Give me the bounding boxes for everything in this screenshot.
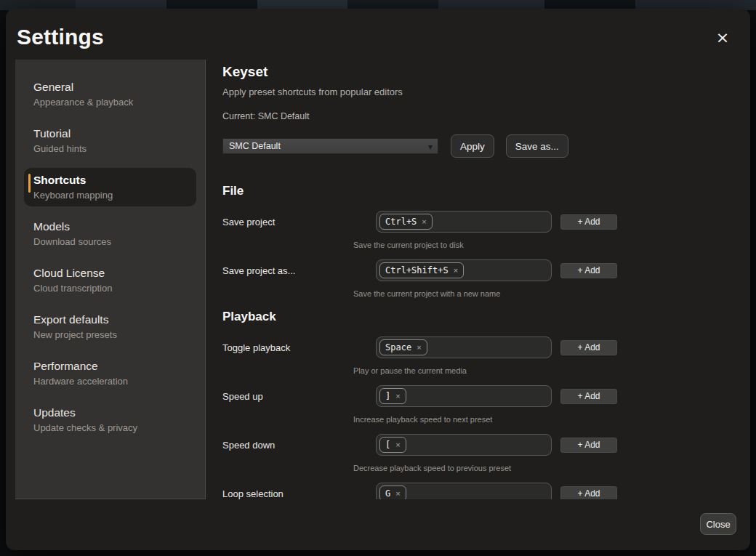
add-shortcut-button[interactable]: + Add [560, 214, 617, 230]
sidebar-item-label: Performance [33, 358, 187, 374]
shortcut-label: Save project as... [222, 265, 376, 276]
key-chip-label: Ctrl+Shift+S [385, 265, 449, 275]
remove-key-icon[interactable]: × [422, 218, 426, 226]
shortcut-row: Save project Ctrl+S × + Add Save the cur… [222, 211, 630, 251]
shortcut-row: Speed up ] × + Add Increase playback spe… [222, 385, 630, 426]
key-chip[interactable]: Ctrl+S × [379, 214, 433, 230]
key-chip-label: Ctrl+S [385, 217, 417, 227]
shortcut-label: Loop selection [222, 488, 376, 499]
section-heading: Playback [222, 308, 630, 325]
shortcut-hint: Save the current project with a new name [353, 287, 630, 300]
add-shortcut-button[interactable]: + Add [560, 263, 617, 278]
remove-key-icon[interactable]: × [395, 490, 400, 498]
remove-key-icon[interactable]: × [395, 441, 400, 449]
sidebar-item-tutorial[interactable]: Tutorial Guided hints [24, 121, 196, 160]
sidebar-item-cloud-license[interactable]: Cloud License Cloud transcription [24, 261, 196, 299]
sidebar-item-updates[interactable]: Updates Update checks & privacy [24, 400, 196, 439]
section-heading: File [222, 182, 630, 199]
sidebar-item-label: Models [33, 219, 187, 235]
shortcut-label: Speed down [222, 440, 376, 451]
remove-key-icon[interactable]: × [454, 267, 458, 275]
shortcut-section: Playback Toggle playback Space × + Add P… [222, 308, 630, 499]
key-chip[interactable]: ] × [379, 388, 406, 404]
close-icon[interactable]: × [712, 28, 733, 48]
shortcut-field[interactable]: G × [376, 483, 552, 499]
sidebar-item-export-defaults[interactable]: Export defaults New project presets [24, 307, 196, 346]
chevron-down-icon: ▾ [428, 140, 433, 154]
remove-key-icon[interactable]: × [395, 392, 400, 400]
sidebar-item-label: Cloud License [33, 265, 187, 281]
shortcut-row: Speed down [ × + Add Decrease playback s… [222, 434, 630, 475]
sidebar-item-performance[interactable]: Performance Hardware acceleration [24, 354, 196, 392]
sidebar-item-general[interactable]: General Appearance & playback [24, 75, 196, 113]
sidebar-item-label: Tutorial [33, 126, 187, 142]
shortcut-field[interactable]: ] × [376, 385, 552, 407]
sidebar-item-sublabel: Update checks & privacy [33, 421, 187, 435]
shortcut-label: Toggle playback [222, 342, 376, 353]
sidebar-item-shortcuts[interactable]: Shortcuts Keyboard mapping [24, 168, 196, 206]
sidebar-item-sublabel: Cloud transcription [33, 281, 187, 295]
add-shortcut-button[interactable]: + Add [560, 340, 617, 355]
key-chip[interactable]: Ctrl+Shift+S × [379, 262, 464, 278]
preset-dropdown[interactable]: SMC Default ▾ [222, 138, 438, 154]
shortcut-section: File Save project Ctrl+S × + Add Save th… [222, 182, 630, 300]
keyset-description: Apply preset shortcuts from popular edit… [222, 86, 630, 99]
sidebar-item-label: Updates [33, 405, 187, 421]
shortcut-row: Loop selection G × + Add [222, 483, 630, 499]
shortcut-hint: Play or pause the current media [353, 364, 630, 377]
sidebar-item-sublabel: Guided hints [33, 142, 187, 156]
shortcut-row: Save project as... Ctrl+Shift+S × + Add … [222, 259, 630, 300]
close-button[interactable]: Close [700, 513, 736, 535]
sidebar-item-sublabel: Appearance & playback [33, 95, 187, 109]
shortcut-hint: Increase playback speed to next preset [353, 413, 630, 426]
sidebar-item-models[interactable]: Models Download sources [24, 214, 196, 253]
preset-dropdown-value: SMC Default [229, 141, 281, 151]
shortcut-hint: Decrease playback speed to previous pres… [353, 462, 630, 475]
shortcut-sections: File Save project Ctrl+S × + Add Save th… [222, 182, 630, 499]
shortcut-field[interactable]: Ctrl+S × [376, 211, 552, 233]
key-chip[interactable]: G × [379, 486, 406, 499]
shortcut-field[interactable]: Ctrl+Shift+S × [376, 259, 552, 281]
shortcut-row: Toggle playback Space × + Add Play or pa… [222, 337, 630, 377]
settings-content: Keyset Apply preset shortcuts from popul… [222, 60, 630, 499]
key-chip-label: [ [385, 440, 390, 450]
add-shortcut-button[interactable]: + Add [560, 486, 617, 500]
key-chip-label: Space [385, 342, 411, 352]
apply-button[interactable]: Apply [451, 134, 494, 158]
keyset-heading: Keyset [222, 63, 630, 81]
sidebar-item-sublabel: Download sources [33, 235, 187, 249]
sidebar-item-sublabel: Hardware acceleration [33, 374, 187, 388]
shortcut-label: Save project [222, 217, 376, 227]
selected-accent-bar [28, 174, 31, 193]
sidebar-item-label: Shortcuts [33, 172, 187, 188]
sidebar: General Appearance & playback Tutorial G… [15, 60, 206, 499]
current-keyset-label: Current: SMC Default [222, 110, 630, 123]
key-chip[interactable]: Space × [379, 339, 427, 355]
page-title: Settings [17, 25, 104, 49]
sidebar-item-sublabel: New project presets [33, 328, 187, 342]
key-chip[interactable]: [ × [379, 437, 406, 453]
key-chip-label: ] [385, 391, 390, 401]
save-as-button[interactable]: Save as... [506, 134, 568, 158]
keyset-controls: SMC Default ▾ Apply Save as... [222, 134, 630, 158]
sidebar-item-label: Export defaults [33, 312, 187, 328]
shortcut-label: Speed up [222, 391, 376, 402]
shortcut-hint: Save the current project to disk [353, 238, 630, 251]
sidebar-item-sublabel: Keyboard mapping [33, 188, 187, 202]
add-shortcut-button[interactable]: + Add [560, 389, 617, 404]
add-shortcut-button[interactable]: + Add [560, 438, 617, 453]
shortcut-field[interactable]: Space × [376, 337, 552, 358]
sidebar-item-label: General [33, 79, 187, 95]
settings-dialog: Settings × General Appearance & playback… [6, 9, 750, 550]
remove-key-icon[interactable]: × [417, 344, 421, 352]
shortcut-field[interactable]: [ × [376, 434, 552, 456]
key-chip-label: G [385, 488, 390, 499]
screen: Settings × General Appearance & playback… [0, 0, 756, 556]
